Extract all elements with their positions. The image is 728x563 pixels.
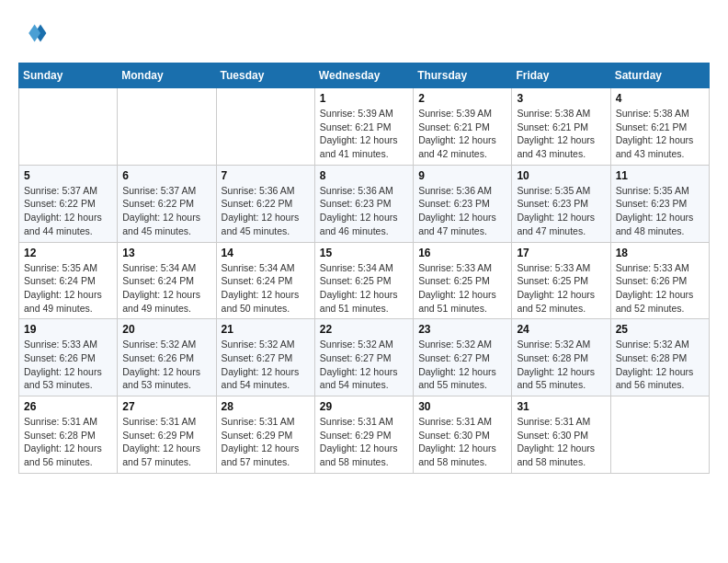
calendar-cell: 2Sunrise: 5:39 AM Sunset: 6:21 PM Daylig… xyxy=(414,88,512,166)
day-info: Sunrise: 5:33 AM Sunset: 6:26 PM Dayligh… xyxy=(24,338,112,392)
day-number: 28 xyxy=(222,400,310,413)
day-number: 12 xyxy=(24,247,112,259)
calendar-cell: 1Sunrise: 5:39 AM Sunset: 6:21 PM Daylig… xyxy=(314,88,413,166)
day-info: Sunrise: 5:31 AM Sunset: 6:29 PM Dayligh… xyxy=(222,415,310,469)
calendar-cell: 14Sunrise: 5:34 AM Sunset: 6:24 PM Dayli… xyxy=(216,242,314,319)
calendar-week-4: 19Sunrise: 5:33 AM Sunset: 6:26 PM Dayli… xyxy=(19,319,710,396)
day-number: 9 xyxy=(418,169,506,182)
day-number: 25 xyxy=(616,323,704,336)
calendar-cell: 11Sunrise: 5:35 AM Sunset: 6:23 PM Dayli… xyxy=(610,165,709,242)
day-info: Sunrise: 5:36 AM Sunset: 6:22 PM Dayligh… xyxy=(222,184,310,238)
calendar-cell: 13Sunrise: 5:34 AM Sunset: 6:24 PM Dayli… xyxy=(118,242,216,319)
calendar-table: SundayMondayTuesdayWednesdayThursdayFrid… xyxy=(18,63,710,474)
calendar-cell: 3Sunrise: 5:38 AM Sunset: 6:21 PM Daylig… xyxy=(512,88,610,166)
calendar-cell: 17Sunrise: 5:33 AM Sunset: 6:25 PM Dayli… xyxy=(512,242,610,319)
day-number: 17 xyxy=(517,247,605,259)
day-number: 20 xyxy=(122,323,210,336)
day-info: Sunrise: 5:31 AM Sunset: 6:28 PM Dayligh… xyxy=(24,415,112,469)
day-number: 5 xyxy=(24,169,112,182)
calendar-cell: 30Sunrise: 5:31 AM Sunset: 6:30 PM Dayli… xyxy=(414,396,512,474)
calendar-week-1: 1Sunrise: 5:39 AM Sunset: 6:21 PM Daylig… xyxy=(19,88,710,166)
day-info: Sunrise: 5:31 AM Sunset: 6:30 PM Dayligh… xyxy=(418,415,506,469)
day-number: 10 xyxy=(517,169,605,182)
calendar-cell xyxy=(19,88,118,166)
calendar-cell: 28Sunrise: 5:31 AM Sunset: 6:29 PM Dayli… xyxy=(216,396,314,474)
day-number: 15 xyxy=(320,247,408,259)
calendar-cell: 27Sunrise: 5:31 AM Sunset: 6:29 PM Dayli… xyxy=(118,396,216,474)
day-number: 2 xyxy=(418,92,506,105)
day-number: 1 xyxy=(320,92,408,105)
calendar-cell: 20Sunrise: 5:32 AM Sunset: 6:26 PM Dayli… xyxy=(118,319,216,396)
calendar-cell: 5Sunrise: 5:37 AM Sunset: 6:22 PM Daylig… xyxy=(19,165,118,242)
weekday-header-wednesday: Wednesday xyxy=(314,63,413,88)
day-info: Sunrise: 5:34 AM Sunset: 6:24 PM Dayligh… xyxy=(122,261,210,316)
weekday-header-tuesday: Tuesday xyxy=(216,63,314,88)
day-info: Sunrise: 5:31 AM Sunset: 6:30 PM Dayligh… xyxy=(517,415,605,469)
calendar-week-5: 26Sunrise: 5:31 AM Sunset: 6:28 PM Dayli… xyxy=(19,396,710,474)
day-info: Sunrise: 5:34 AM Sunset: 6:25 PM Dayligh… xyxy=(320,261,408,316)
calendar-cell xyxy=(216,88,314,166)
calendar-cell: 7Sunrise: 5:36 AM Sunset: 6:22 PM Daylig… xyxy=(216,165,314,242)
calendar-cell: 19Sunrise: 5:33 AM Sunset: 6:26 PM Dayli… xyxy=(19,319,118,396)
calendar-cell: 22Sunrise: 5:32 AM Sunset: 6:27 PM Dayli… xyxy=(314,319,413,396)
weekday-header-row: SundayMondayTuesdayWednesdayThursdayFrid… xyxy=(19,63,710,88)
day-info: Sunrise: 5:33 AM Sunset: 6:25 PM Dayligh… xyxy=(517,261,605,316)
day-number: 16 xyxy=(418,247,506,259)
calendar-cell: 25Sunrise: 5:32 AM Sunset: 6:28 PM Dayli… xyxy=(610,319,709,396)
day-number: 26 xyxy=(24,400,112,413)
calendar-cell: 9Sunrise: 5:36 AM Sunset: 6:23 PM Daylig… xyxy=(414,165,512,242)
calendar-cell: 8Sunrise: 5:36 AM Sunset: 6:23 PM Daylig… xyxy=(314,165,413,242)
calendar-cell xyxy=(118,88,216,166)
day-number: 27 xyxy=(122,400,210,413)
calendar-cell: 26Sunrise: 5:31 AM Sunset: 6:28 PM Dayli… xyxy=(19,396,118,474)
day-number: 13 xyxy=(122,247,210,259)
calendar-cell: 29Sunrise: 5:31 AM Sunset: 6:29 PM Dayli… xyxy=(314,396,413,474)
calendar-cell xyxy=(610,396,709,474)
day-number: 11 xyxy=(616,169,704,182)
calendar-body: 1Sunrise: 5:39 AM Sunset: 6:21 PM Daylig… xyxy=(19,88,710,474)
calendar-week-2: 5Sunrise: 5:37 AM Sunset: 6:22 PM Daylig… xyxy=(19,165,710,242)
calendar-cell: 4Sunrise: 5:38 AM Sunset: 6:21 PM Daylig… xyxy=(610,88,709,166)
day-number: 22 xyxy=(320,323,408,336)
calendar-cell: 16Sunrise: 5:33 AM Sunset: 6:25 PM Dayli… xyxy=(414,242,512,319)
day-number: 30 xyxy=(418,400,506,413)
day-number: 19 xyxy=(24,323,112,336)
calendar-header: SundayMondayTuesdayWednesdayThursdayFrid… xyxy=(19,63,710,88)
day-number: 29 xyxy=(320,400,408,413)
day-info: Sunrise: 5:31 AM Sunset: 6:29 PM Dayligh… xyxy=(122,415,210,469)
day-info: Sunrise: 5:38 AM Sunset: 6:21 PM Dayligh… xyxy=(517,107,605,161)
day-info: Sunrise: 5:39 AM Sunset: 6:21 PM Dayligh… xyxy=(418,107,506,161)
day-info: Sunrise: 5:34 AM Sunset: 6:24 PM Dayligh… xyxy=(222,261,310,316)
day-info: Sunrise: 5:32 AM Sunset: 6:27 PM Dayligh… xyxy=(222,338,310,392)
day-number: 8 xyxy=(320,169,408,182)
day-number: 23 xyxy=(418,323,506,336)
calendar-week-3: 12Sunrise: 5:35 AM Sunset: 6:24 PM Dayli… xyxy=(19,242,710,319)
calendar-cell: 23Sunrise: 5:32 AM Sunset: 6:27 PM Dayli… xyxy=(414,319,512,396)
day-info: Sunrise: 5:32 AM Sunset: 6:28 PM Dayligh… xyxy=(517,338,605,392)
calendar-cell: 18Sunrise: 5:33 AM Sunset: 6:26 PM Dayli… xyxy=(610,242,709,319)
weekday-header-friday: Friday xyxy=(512,63,610,88)
day-info: Sunrise: 5:32 AM Sunset: 6:27 PM Dayligh… xyxy=(418,338,506,392)
day-info: Sunrise: 5:35 AM Sunset: 6:23 PM Dayligh… xyxy=(616,184,704,238)
logo xyxy=(18,18,51,48)
day-number: 24 xyxy=(517,323,605,336)
calendar-cell: 10Sunrise: 5:35 AM Sunset: 6:23 PM Dayli… xyxy=(512,165,610,242)
day-number: 3 xyxy=(517,92,605,105)
calendar-cell: 6Sunrise: 5:37 AM Sunset: 6:22 PM Daylig… xyxy=(118,165,216,242)
day-number: 31 xyxy=(517,400,605,413)
calendar-cell: 12Sunrise: 5:35 AM Sunset: 6:24 PM Dayli… xyxy=(19,242,118,319)
day-number: 21 xyxy=(222,323,310,336)
day-number: 4 xyxy=(616,92,704,105)
day-info: Sunrise: 5:32 AM Sunset: 6:26 PM Dayligh… xyxy=(122,338,210,392)
weekday-header-monday: Monday xyxy=(118,63,216,88)
day-info: Sunrise: 5:31 AM Sunset: 6:29 PM Dayligh… xyxy=(320,415,408,469)
day-number: 7 xyxy=(222,169,310,182)
day-info: Sunrise: 5:32 AM Sunset: 6:27 PM Dayligh… xyxy=(320,338,408,392)
day-number: 6 xyxy=(122,169,210,182)
calendar-cell: 31Sunrise: 5:31 AM Sunset: 6:30 PM Dayli… xyxy=(512,396,610,474)
weekday-header-saturday: Saturday xyxy=(610,63,709,88)
calendar-cell: 15Sunrise: 5:34 AM Sunset: 6:25 PM Dayli… xyxy=(314,242,413,319)
calendar-cell: 21Sunrise: 5:32 AM Sunset: 6:27 PM Dayli… xyxy=(216,319,314,396)
day-info: Sunrise: 5:39 AM Sunset: 6:21 PM Dayligh… xyxy=(320,107,408,161)
day-info: Sunrise: 5:35 AM Sunset: 6:23 PM Dayligh… xyxy=(517,184,605,238)
